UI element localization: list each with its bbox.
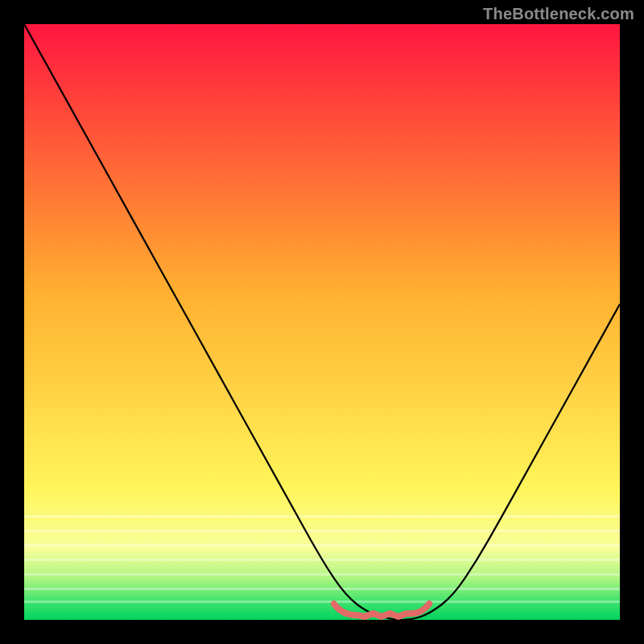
svg-rect-4 (24, 573, 620, 576)
svg-rect-2 (24, 544, 620, 547)
outer-frame: TheBottleneck.com (0, 0, 644, 644)
plot-area (24, 24, 620, 620)
watermark-text: TheBottleneck.com (483, 5, 634, 23)
svg-rect-6 (24, 601, 620, 603)
svg-rect-5 (24, 588, 620, 590)
chart-svg (24, 24, 620, 620)
svg-rect-0 (24, 515, 620, 518)
svg-rect-1 (24, 530, 620, 532)
